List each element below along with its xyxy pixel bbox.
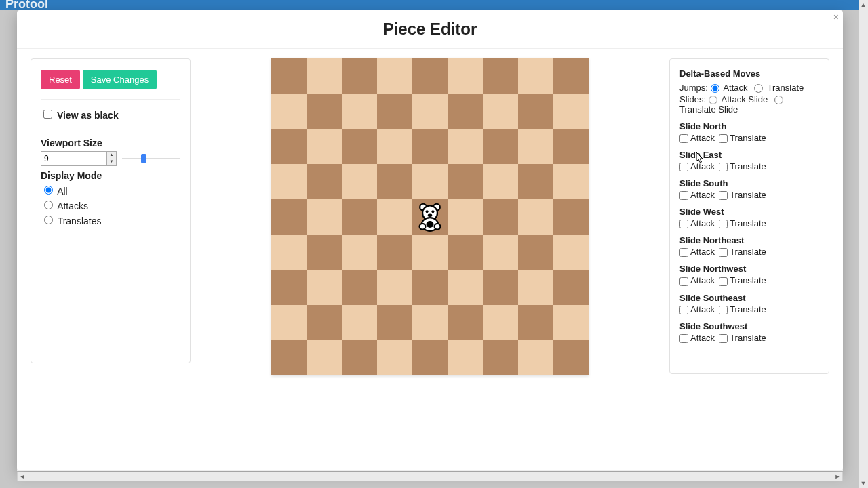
board-square[interactable] <box>518 235 553 270</box>
board-square[interactable] <box>448 305 483 340</box>
board-square[interactable] <box>483 58 518 94</box>
slides-translate-radio[interactable] <box>774 96 783 104</box>
display-mode-attacks-radio[interactable] <box>44 201 53 209</box>
slide-slide-southwest-attack-checkbox[interactable] <box>679 334 688 343</box>
board-square[interactable] <box>377 340 412 375</box>
board-square[interactable] <box>377 305 412 340</box>
board-square[interactable] <box>377 199 412 235</box>
board-square[interactable] <box>553 58 589 94</box>
board-square[interactable] <box>412 94 448 129</box>
board-square[interactable] <box>518 58 553 94</box>
board-square[interactable] <box>307 270 342 305</box>
slide-slide-northeast-translate-checkbox[interactable] <box>719 248 728 257</box>
board-square[interactable] <box>412 305 448 340</box>
display-mode-translates-radio[interactable] <box>44 216 53 224</box>
save-button[interactable]: Save Changes <box>83 70 157 89</box>
scroll-right-icon[interactable]: ► <box>833 472 842 481</box>
board-square[interactable] <box>307 129 342 164</box>
slide-slide-southeast-translate-checkbox[interactable] <box>719 306 728 314</box>
board-square[interactable] <box>342 340 377 375</box>
board-square[interactable] <box>271 58 307 94</box>
slide-slide-southwest-translate-checkbox[interactable] <box>719 334 728 343</box>
slide-slide-south-attack-checkbox[interactable] <box>679 191 688 200</box>
scroll-left-icon[interactable]: ◄ <box>18 472 27 481</box>
board-square[interactable] <box>518 199 553 235</box>
board-square[interactable] <box>448 270 483 305</box>
board-square[interactable] <box>342 94 377 129</box>
board-square[interactable] <box>483 235 518 270</box>
board-square[interactable] <box>412 199 448 235</box>
board-square[interactable] <box>518 270 553 305</box>
jumps-attack-radio[interactable] <box>711 84 719 93</box>
board-square[interactable] <box>271 164 307 199</box>
board-square[interactable] <box>307 305 342 340</box>
board-square[interactable] <box>271 270 307 305</box>
board-square[interactable] <box>412 58 448 94</box>
horizontal-scrollbar[interactable]: ◄ ► <box>17 472 843 481</box>
slide-slide-east-translate-checkbox[interactable] <box>719 163 728 171</box>
board-square[interactable] <box>553 305 589 340</box>
slider-thumb[interactable] <box>141 154 146 163</box>
chess-board[interactable] <box>271 58 589 375</box>
board-square[interactable] <box>307 235 342 270</box>
board-square[interactable] <box>412 164 448 199</box>
board-square[interactable] <box>377 58 412 94</box>
board-square[interactable] <box>342 129 377 164</box>
vertical-scrollbar[interactable]: ▲ ▼ <box>859 0 868 488</box>
board-square[interactable] <box>448 164 483 199</box>
slides-attack-radio[interactable] <box>709 96 717 104</box>
board-square[interactable] <box>448 58 483 94</box>
board-square[interactable] <box>377 270 412 305</box>
board-square[interactable] <box>553 270 589 305</box>
reset-button[interactable]: Reset <box>41 70 80 89</box>
board-square[interactable] <box>377 129 412 164</box>
slide-slide-northwest-attack-checkbox[interactable] <box>679 277 688 286</box>
board-square[interactable] <box>553 164 589 199</box>
board-square[interactable] <box>412 235 448 270</box>
board-square[interactable] <box>307 164 342 199</box>
board-square[interactable] <box>483 270 518 305</box>
scroll-up-icon[interactable]: ▲ <box>859 0 867 9</box>
board-square[interactable] <box>377 94 412 129</box>
board-square[interactable] <box>342 235 377 270</box>
board-square[interactable] <box>518 164 553 199</box>
board-square[interactable] <box>518 129 553 164</box>
viewport-size-input[interactable] <box>41 151 107 166</box>
board-square[interactable] <box>483 305 518 340</box>
spinner-up-icon[interactable]: ▲ <box>107 152 116 159</box>
board-square[interactable] <box>412 129 448 164</box>
board-square[interactable] <box>553 235 589 270</box>
board-square[interactable] <box>483 164 518 199</box>
spinner-down-icon[interactable]: ▼ <box>107 159 116 165</box>
display-mode-all-radio[interactable] <box>44 186 53 195</box>
viewport-size-slider[interactable] <box>122 152 180 165</box>
slide-slide-north-attack-checkbox[interactable] <box>679 134 688 143</box>
board-square[interactable] <box>483 94 518 129</box>
board-square[interactable] <box>307 340 342 375</box>
board-square[interactable] <box>307 94 342 129</box>
slide-slide-south-translate-checkbox[interactable] <box>719 191 728 200</box>
board-square[interactable] <box>553 340 589 375</box>
board-square[interactable] <box>448 129 483 164</box>
board-square[interactable] <box>377 235 412 270</box>
slide-slide-north-translate-checkbox[interactable] <box>719 134 728 143</box>
board-square[interactable] <box>271 305 307 340</box>
board-square[interactable] <box>412 270 448 305</box>
board-square[interactable] <box>271 94 307 129</box>
board-square[interactable] <box>307 199 342 235</box>
board-square[interactable] <box>483 340 518 375</box>
board-square[interactable] <box>483 199 518 235</box>
board-square[interactable] <box>271 235 307 270</box>
board-square[interactable] <box>553 129 589 164</box>
board-square[interactable] <box>307 58 342 94</box>
view-as-black-checkbox[interactable] <box>43 110 52 119</box>
board-square[interactable] <box>271 199 307 235</box>
board-square[interactable] <box>448 235 483 270</box>
close-icon[interactable]: × <box>833 12 839 22</box>
board-square[interactable] <box>342 164 377 199</box>
board-square[interactable] <box>342 199 377 235</box>
board-square[interactable] <box>271 129 307 164</box>
board-square[interactable] <box>483 129 518 164</box>
slide-slide-east-attack-checkbox[interactable] <box>679 163 688 171</box>
board-square[interactable] <box>448 199 483 235</box>
